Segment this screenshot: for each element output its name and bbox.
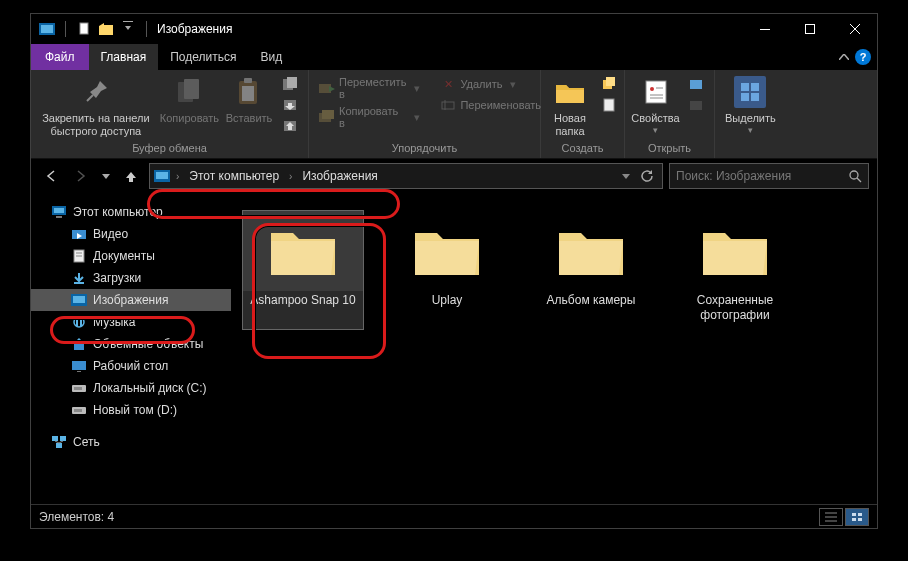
qa-icon-2[interactable]	[98, 21, 114, 37]
open-item-1[interactable]	[684, 74, 708, 94]
folder-item[interactable]: Альбом камеры	[531, 211, 651, 329]
select-icon	[734, 76, 766, 108]
svg-rect-42	[54, 208, 64, 213]
svg-line-8	[87, 95, 93, 101]
new-item-2[interactable]	[597, 95, 621, 115]
tree-item-icon	[71, 226, 87, 242]
breadcrumb[interactable]: › Этот компьютер › Изображения	[149, 163, 663, 189]
paste-icon	[233, 76, 265, 108]
breadcrumb-part-0[interactable]: Этот компьютер	[185, 169, 283, 183]
tree-item-8[interactable]: Новый том (D:)	[31, 399, 231, 421]
nav-back-button[interactable]	[39, 164, 63, 188]
svg-rect-43	[56, 216, 62, 218]
breadcrumb-root-icon	[154, 168, 170, 184]
collapse-ribbon-icon[interactable]	[839, 54, 849, 60]
move-to-button[interactable]: Переместить в▾	[315, 74, 424, 102]
svg-line-63	[55, 441, 59, 443]
tree-this-pc[interactable]: Этот компьютер	[31, 201, 231, 223]
svg-rect-5	[805, 25, 814, 34]
folder-item[interactable]: Uplay	[387, 211, 507, 329]
chevron-right-icon[interactable]: ›	[172, 171, 183, 182]
status-text: Элементов: 4	[39, 510, 114, 524]
search-box[interactable]: Поиск: Изображения	[669, 163, 869, 189]
svg-point-39	[850, 171, 858, 179]
ribbon-tabs: Файл Главная Поделиться Вид ?	[31, 44, 877, 70]
select-button[interactable]: Выделить ▾	[721, 74, 780, 138]
nav-up-button[interactable]	[119, 164, 143, 188]
search-placeholder: Поиск: Изображения	[676, 169, 791, 183]
tree-item-icon	[71, 248, 87, 264]
organize-group-label: Упорядочить	[315, 140, 534, 156]
delete-button[interactable]: ✕Удалить▾	[436, 74, 545, 94]
tree-network[interactable]: Сеть	[31, 431, 231, 453]
tab-file[interactable]: Файл	[31, 44, 89, 70]
tab-home[interactable]: Главная	[89, 44, 159, 70]
svg-rect-53	[74, 343, 84, 350]
paste-button[interactable]: Вставить	[224, 74, 274, 127]
dropdown-icon[interactable]	[120, 21, 136, 37]
folder-label: Ashampoo Snap 10	[248, 291, 357, 314]
nav-history-button[interactable]	[99, 164, 113, 188]
svg-point-27	[650, 87, 654, 91]
tree-item-2[interactable]: Загрузки	[31, 267, 231, 289]
view-details-button[interactable]	[819, 508, 843, 526]
svg-rect-31	[690, 80, 702, 89]
qa-icon-1[interactable]	[76, 21, 92, 37]
chevron-right-icon[interactable]: ›	[285, 171, 296, 182]
close-button[interactable]	[832, 14, 877, 44]
properties-button[interactable]: Свойства ▾	[631, 74, 680, 138]
open-item-2[interactable]	[684, 95, 708, 115]
svg-rect-70	[852, 518, 856, 521]
tree-item-6[interactable]: Рабочий стол	[31, 355, 231, 377]
paste-shortcut-2[interactable]	[278, 95, 302, 115]
content-area[interactable]: Ashampoo Snap 10UplayАльбом камерыСохран…	[231, 193, 877, 504]
rename-button[interactable]: Переименовать	[436, 95, 545, 115]
pin-quick-access-button[interactable]: Закрепить на панели быстрого доступа	[37, 74, 155, 140]
svg-rect-35	[741, 93, 749, 101]
svg-rect-10	[184, 79, 199, 99]
folder-item[interactable]: Сохраненные фотографии	[675, 211, 795, 329]
history-chevron-icon[interactable]	[618, 174, 634, 179]
folder-icon	[243, 211, 363, 291]
new-item-1[interactable]	[597, 74, 621, 94]
folder-item[interactable]: Ashampoo Snap 10	[243, 211, 363, 329]
svg-rect-57	[74, 387, 82, 390]
view-icons-button[interactable]	[845, 508, 869, 526]
folder-label: Альбом камеры	[545, 291, 638, 314]
help-icon[interactable]: ?	[855, 49, 871, 65]
tab-view[interactable]: Вид	[248, 44, 294, 70]
tab-share[interactable]: Поделиться	[158, 44, 248, 70]
pc-icon	[51, 204, 67, 220]
tree-item-5[interactable]: Объемные объекты	[31, 333, 231, 355]
tree-item-icon	[71, 270, 87, 286]
copy-to-button[interactable]: Копировать в▾	[315, 103, 424, 131]
minimize-button[interactable]	[742, 14, 787, 44]
tree-item-3[interactable]: Изображения	[31, 289, 231, 311]
tree-item-0[interactable]: Видео	[31, 223, 231, 245]
paste-shortcut-1[interactable]	[278, 74, 302, 94]
svg-line-64	[59, 441, 63, 443]
svg-rect-69	[858, 513, 862, 516]
tree-item-1[interactable]: Документы	[31, 245, 231, 267]
tree-item-icon	[71, 358, 87, 374]
svg-rect-1	[41, 25, 53, 33]
svg-rect-34	[751, 83, 759, 91]
address-bar-row: › Этот компьютер › Изображения Поиск: Из…	[31, 159, 877, 193]
tree-item-4[interactable]: Музыка	[31, 311, 231, 333]
explorer-icon	[39, 21, 55, 37]
maximize-button[interactable]	[787, 14, 832, 44]
svg-line-40	[857, 178, 861, 182]
titlebar: Изображения	[31, 14, 877, 44]
new-folder-button[interactable]: Новая папка	[547, 74, 593, 140]
paste-shortcut-3[interactable]	[278, 116, 302, 136]
breadcrumb-part-1[interactable]: Изображения	[298, 169, 381, 183]
tree-item-icon	[71, 314, 87, 330]
refresh-icon[interactable]	[636, 169, 658, 183]
status-bar: Элементов: 4	[31, 504, 877, 528]
tree-item-7[interactable]: Локальный диск (C:)	[31, 377, 231, 399]
copy-button[interactable]: Копировать	[159, 74, 220, 127]
navigation-pane[interactable]: Этот компьютер ВидеоДокументыЗагрузкиИзо…	[31, 193, 231, 504]
svg-rect-59	[74, 409, 82, 412]
new-folder-icon	[554, 76, 586, 108]
nav-forward-button[interactable]	[69, 164, 93, 188]
